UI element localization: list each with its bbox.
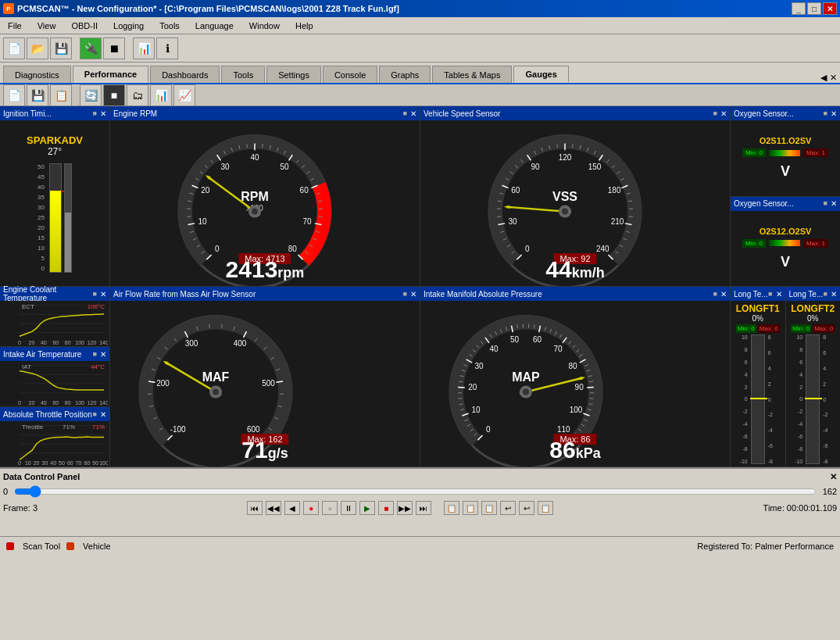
- iat-min-btn[interactable]: ■: [93, 350, 97, 359]
- tb2-btn1[interactable]: 📄: [3, 84, 25, 106]
- tab-close-icon[interactable]: ✕: [830, 73, 837, 83]
- tb2-btn5[interactable]: ■: [103, 84, 125, 106]
- tab-tables-maps[interactable]: Tables & Maps: [432, 66, 512, 83]
- play-btn[interactable]: ▶: [359, 501, 375, 515]
- tb2-btn4[interactable]: 🔄: [80, 84, 102, 106]
- ect-min-btn[interactable]: ■: [93, 290, 97, 299]
- vss-close-btn[interactable]: ✕: [720, 109, 727, 118]
- tab-gauges[interactable]: Gauges: [513, 66, 568, 83]
- misc-btn[interactable]: 📋: [538, 501, 553, 515]
- spark-min-btn[interactable]: ■: [93, 109, 97, 118]
- o2-column: Oxygen Sensor... ■ ✕ O2S11.O2SV Min: 0 M…: [731, 106, 840, 286]
- longft2-close-btn[interactable]: ✕: [831, 290, 837, 299]
- tb2-btn6[interactable]: 🗂: [127, 84, 148, 106]
- dcp-range-max: 162: [823, 487, 837, 496]
- tb2-btn7[interactable]: 📊: [150, 84, 172, 106]
- pause-btn[interactable]: ⏸: [341, 501, 356, 515]
- stop-btn[interactable]: ■: [378, 501, 394, 515]
- maf-close-btn[interactable]: ✕: [410, 290, 416, 299]
- save-button[interactable]: 💾: [50, 38, 72, 59]
- iat-close-btn[interactable]: ✕: [100, 350, 106, 359]
- map-reading: 86kPa: [420, 437, 730, 463]
- vss-panel: Vehicle Speed Sensor ■ ✕ Max: 92 44km/h: [420, 106, 730, 286]
- o2s11-min: Min: 0: [742, 148, 766, 157]
- info-button[interactable]: ℹ: [156, 38, 178, 59]
- iat-canvas: [0, 361, 108, 406]
- maf-min-btn[interactable]: ■: [403, 290, 407, 299]
- o2s11-panel: Oxygen Sensor... ■ ✕ O2S11.O2SV Min: 0 M…: [731, 106, 840, 196]
- ffwd-btn[interactable]: ▶▶: [397, 501, 413, 515]
- rpm-min-btn[interactable]: ■: [403, 109, 407, 118]
- tb2-btn3[interactable]: 📋: [50, 84, 72, 106]
- copy-btn2[interactable]: 📋: [463, 501, 478, 515]
- tab-dashboards[interactable]: Dashboards: [150, 66, 220, 83]
- undo-btn1[interactable]: ↩: [500, 501, 516, 515]
- menu-language[interactable]: Language: [191, 20, 238, 32]
- spark-close-btn[interactable]: ✕: [100, 109, 106, 118]
- menu-logging[interactable]: Logging: [109, 20, 148, 32]
- longft1-label: LONGFT1: [736, 303, 780, 314]
- throttle-min-btn[interactable]: ■: [93, 410, 97, 419]
- longft2-content: LONGFT2 0% Min: 0 Max: 0 1086420-2-4-6-8…: [786, 301, 841, 467]
- rpm-close-btn[interactable]: ✕: [410, 109, 416, 118]
- map-min-btn[interactable]: ■: [713, 290, 717, 299]
- record-btn1[interactable]: ●: [303, 501, 319, 515]
- longft2-max-badge: Max: 0: [813, 324, 835, 333]
- maximize-button[interactable]: □: [807, 2, 821, 15]
- longft1-bars: 1086420-2-4-6-8-10 86420-2-4-6-8: [733, 334, 783, 464]
- map-close-btn[interactable]: ✕: [720, 290, 727, 299]
- throttle-close-btn[interactable]: ✕: [100, 410, 106, 419]
- menu-obd2[interactable]: OBD-II: [66, 20, 102, 32]
- longft2-min-badge: Min: 0: [791, 324, 811, 333]
- tab-console[interactable]: Console: [323, 66, 377, 83]
- menu-view[interactable]: View: [33, 20, 61, 32]
- tb2-btn8[interactable]: 📈: [173, 84, 195, 106]
- record-btn2[interactable]: ●: [322, 501, 338, 515]
- skip-end-btn[interactable]: ⏭: [416, 501, 431, 515]
- o2s11-close-btn[interactable]: ✕: [831, 109, 837, 118]
- longft2-minmax: Min: 0 Max: 0: [791, 324, 835, 333]
- dcp-close-btn[interactable]: ✕: [830, 472, 837, 482]
- menu-file[interactable]: File: [3, 20, 27, 32]
- close-button[interactable]: ✕: [823, 2, 837, 15]
- rewind-btn[interactable]: ◀: [284, 501, 300, 515]
- minimize-button[interactable]: _: [792, 2, 806, 15]
- tab-performance[interactable]: Performance: [73, 66, 148, 83]
- longft1-content: LONGFT1 0% Min: 0 Max: 0 1086420-2-4-6-8…: [731, 301, 785, 467]
- menu-help[interactable]: Help: [291, 20, 318, 32]
- vss-min-btn[interactable]: ■: [713, 109, 717, 118]
- disconnect-button[interactable]: ⏹: [103, 38, 125, 59]
- dcp-slider[interactable]: [14, 485, 817, 498]
- copy-btn3[interactable]: 📋: [481, 501, 497, 515]
- longft1-percent: 0%: [752, 314, 763, 323]
- connect-button[interactable]: 🔌: [80, 38, 102, 59]
- new-button[interactable]: 📄: [3, 38, 25, 59]
- window-title: PCMSCAN™ - New Configuration* - [C:\Prog…: [17, 4, 399, 13]
- title-bar: P PCMSCAN™ - New Configuration* - [C:\Pr…: [0, 0, 840, 17]
- tab-settings[interactable]: Settings: [266, 66, 321, 83]
- o2s12-min-btn[interactable]: ■: [824, 199, 827, 208]
- longft2-label: LONGFT2: [791, 303, 835, 314]
- longft2-min-btn[interactable]: ■: [824, 290, 827, 299]
- tab-tools[interactable]: Tools: [221, 66, 265, 83]
- dashboard-button[interactable]: 📊: [133, 38, 155, 59]
- longft1-min-btn[interactable]: ■: [768, 290, 772, 299]
- copy-btn1[interactable]: 📋: [444, 501, 459, 515]
- o2s11-min-btn[interactable]: ■: [824, 109, 827, 118]
- longft1-close-btn[interactable]: ✕: [776, 290, 782, 299]
- skip-start-btn[interactable]: ⏮: [247, 501, 263, 515]
- time-info: Time: 00:00:01.109: [763, 503, 837, 513]
- tab-scroll-left[interactable]: ◀: [820, 73, 827, 83]
- menu-tools[interactable]: Tools: [155, 20, 184, 32]
- o2s12-close-btn[interactable]: ✕: [831, 199, 837, 208]
- o2s11-unit: V: [781, 163, 790, 180]
- tb2-btn2[interactable]: 💾: [27, 84, 48, 106]
- rewind-fast-btn[interactable]: ◀◀: [266, 501, 281, 515]
- longft-column: Long Te... ■ ✕ LONGFT1 0% Min: 0 Max: 0 …: [731, 287, 840, 467]
- ect-close-btn[interactable]: ✕: [100, 290, 106, 299]
- tab-graphs[interactable]: Graphs: [379, 66, 431, 83]
- tab-diagnostics[interactable]: Diagnostics: [3, 66, 71, 83]
- undo-btn2[interactable]: ↩: [519, 501, 534, 515]
- menu-window[interactable]: Window: [245, 20, 284, 32]
- open-button[interactable]: 📂: [27, 38, 48, 59]
